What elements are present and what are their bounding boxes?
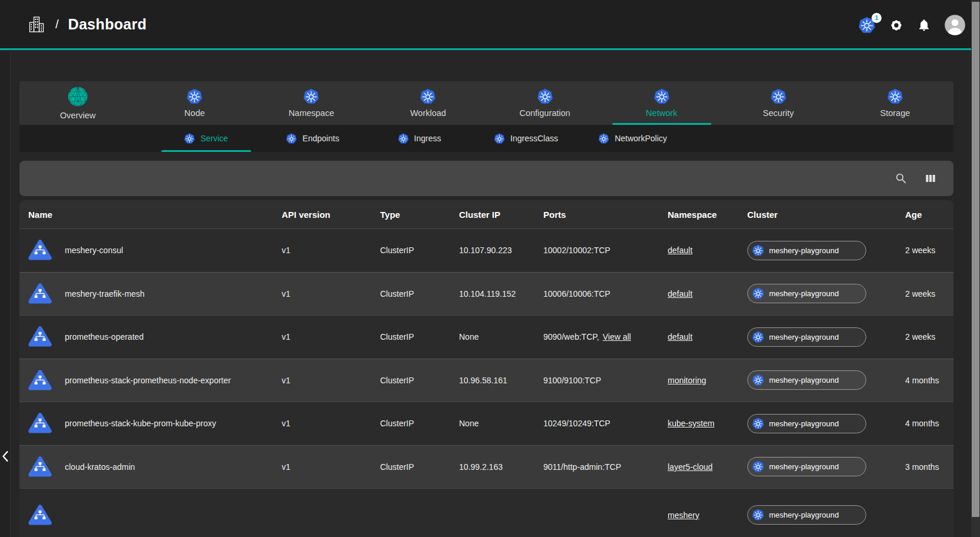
name-cell: cloud-kratos-admin: [19, 455, 282, 479]
tab-label: Network: [646, 108, 677, 118]
subtab-label: Service: [200, 134, 228, 143]
kubernetes-icon: [887, 88, 903, 105]
namespace-link[interactable]: monitoring: [668, 376, 706, 385]
view-all-link[interactable]: View all: [603, 332, 631, 342]
scrollbar-thumb[interactable]: [972, 2, 979, 517]
ports-text: 9090/web:TCP,: [543, 332, 599, 342]
column-header-cluster[interactable]: Cluster: [747, 210, 905, 220]
age-cell: 2 weeks: [905, 289, 953, 299]
service-name: prometheus-stack-prometheus-node-exporte…: [65, 376, 231, 385]
tab-overview[interactable]: Overview: [19, 81, 136, 125]
table-row: cloud-kratos-admin v1 ClusterIP 10.99.2.…: [19, 445, 953, 489]
kubernetes-icon: [770, 88, 787, 105]
cluster-ip-cell: 10.99.2.163: [459, 462, 543, 472]
ports-cell: 9090/web:TCP,View all: [543, 332, 668, 342]
column-header-type[interactable]: Type: [380, 210, 459, 220]
cluster-chip-label: meshery-playground: [769, 462, 839, 471]
building-icon[interactable]: [27, 14, 46, 35]
main-content: Overview Node Namespace Workload Configu…: [19, 81, 953, 537]
user-avatar[interactable]: [944, 14, 966, 36]
table-row: meshery-traefik-mesh v1 ClusterIP 10.104…: [19, 272, 953, 316]
age-cell: 4 months: [905, 376, 953, 385]
column-header-name[interactable]: Name: [19, 210, 282, 220]
cluster-chip-label: meshery-playground: [769, 419, 839, 428]
subtab-ingressclass[interactable]: IngressClass: [473, 125, 579, 152]
cluster-chip-label: meshery-playground: [769, 511, 839, 519]
subtab-ingress[interactable]: Ingress: [366, 125, 473, 152]
tab-configuration[interactable]: Configuration: [487, 81, 603, 125]
kubernetes-icon: [752, 460, 764, 473]
cluster-chip[interactable]: meshery-playground: [747, 505, 866, 525]
tab-security[interactable]: Security: [720, 81, 837, 125]
namespace-link[interactable]: default: [668, 332, 692, 342]
service-name: meshery-traefik-mesh: [65, 289, 144, 299]
cluster-chip[interactable]: meshery-playground: [747, 241, 866, 260]
type-cell: ClusterIP: [380, 289, 459, 299]
kubernetes-icon: [752, 287, 764, 300]
namespace-link[interactable]: meshery: [668, 511, 699, 520]
api-version-cell: v1: [282, 462, 380, 472]
kubernetes-service-icon: [28, 412, 52, 435]
cluster-chip[interactable]: meshery-playground: [747, 370, 866, 390]
name-cell: [19, 503, 282, 527]
cluster-count-badge: 1: [872, 13, 882, 23]
subtab-service[interactable]: Service: [153, 125, 259, 152]
namespace-link[interactable]: layer5-cloud: [668, 462, 712, 472]
tab-workload[interactable]: Workload: [369, 81, 486, 125]
kubernetes-service-icon: [28, 369, 52, 392]
cluster-ip-cell: None: [459, 419, 543, 428]
kubernetes-cluster-icon[interactable]: 1: [858, 16, 876, 34]
age-cell: 2 weeks: [905, 246, 953, 255]
namespace-cell: default: [668, 246, 747, 255]
kubernetes-icon: [598, 133, 609, 144]
ports-cell: 10006/10006:TCP: [543, 289, 668, 299]
namespace-link[interactable]: default: [668, 289, 692, 299]
namespace-cell: meshery: [668, 511, 747, 520]
type-cell: ClusterIP: [380, 332, 459, 342]
table-body: meshery-consul v1 ClusterIP 10.107.90.22…: [19, 228, 953, 537]
column-header-namespace[interactable]: Namespace: [668, 210, 747, 220]
column-header-api-version[interactable]: API version: [282, 210, 380, 220]
view-columns-icon[interactable]: [923, 171, 938, 186]
cluster-cell: meshery-playground: [747, 284, 905, 303]
namespace-link[interactable]: default: [668, 246, 692, 255]
chevron-left-icon[interactable]: [1, 448, 10, 465]
table-row: prometheus-stack-kube-prom-kube-proxy v1…: [19, 402, 953, 445]
type-cell: ClusterIP: [380, 419, 459, 428]
tab-label: Security: [763, 108, 794, 118]
namespace-cell: monitoring: [668, 376, 747, 385]
cluster-chip[interactable]: meshery-playground: [747, 414, 866, 433]
page-title: Dashboard: [68, 16, 147, 33]
cluster-chip[interactable]: meshery-playground: [747, 457, 866, 476]
column-header-cluster-ip[interactable]: Cluster IP: [459, 210, 543, 220]
table-row: prometheus-operated v1 ClusterIP None 90…: [19, 315, 953, 359]
notifications-bell-icon[interactable]: [917, 18, 931, 32]
cluster-chip[interactable]: meshery-playground: [747, 327, 866, 347]
column-header-age[interactable]: Age: [905, 210, 953, 220]
column-header-ports[interactable]: Ports: [543, 210, 668, 220]
api-version-cell: v1: [282, 332, 380, 342]
subtab-label: IngressClass: [510, 134, 558, 143]
kubernetes-icon: [752, 509, 764, 521]
search-icon[interactable]: [893, 171, 909, 186]
tab-node[interactable]: Node: [136, 81, 253, 125]
age-cell: 3 months: [905, 462, 953, 472]
namespace-cell: kube-system: [668, 419, 747, 428]
settings-gear-icon[interactable]: [889, 18, 904, 33]
tab-label: Configuration: [519, 108, 570, 118]
app-header: / Dashboard 1: [0, 0, 980, 50]
namespace-link[interactable]: kube-system: [668, 419, 714, 428]
subtab-endpoints[interactable]: Endpoints: [259, 125, 366, 152]
kubernetes-icon: [752, 417, 764, 430]
tab-network[interactable]: Network: [603, 81, 720, 125]
cluster-chip[interactable]: meshery-playground: [747, 284, 866, 303]
type-cell: ClusterIP: [380, 246, 459, 255]
kubernetes-icon: [184, 133, 195, 144]
tab-storage[interactable]: Storage: [837, 81, 953, 125]
cluster-ip-cell: None: [459, 332, 543, 342]
service-name: prometheus-operated: [65, 332, 144, 342]
subtab-networkpolicy[interactable]: NetworkPolicy: [579, 125, 686, 152]
tab-namespace[interactable]: Namespace: [253, 81, 369, 125]
service-name: prometheus-stack-kube-prom-kube-proxy: [65, 419, 216, 428]
kubernetes-service-icon: [28, 325, 52, 349]
